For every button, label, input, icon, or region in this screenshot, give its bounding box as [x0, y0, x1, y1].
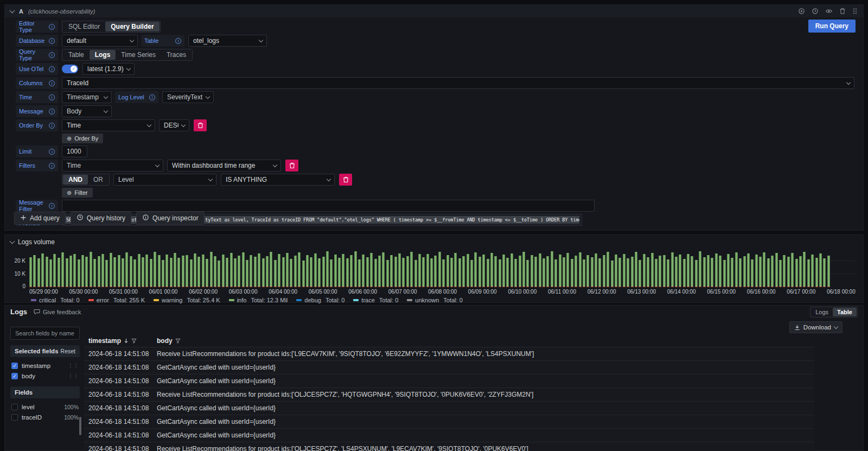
conjunction-option-or[interactable]: OR	[88, 175, 108, 185]
field-checkbox[interactable]: ✓	[11, 373, 18, 379]
run-query-button[interactable]: Run Query	[808, 20, 856, 33]
download-button[interactable]: Download	[789, 321, 843, 333]
table-select[interactable]: otel_logs	[188, 35, 267, 47]
drag-handle-icon[interactable]	[852, 8, 858, 15]
body-column-header[interactable]: body	[152, 336, 814, 347]
volume-bar	[763, 252, 765, 287]
remove-order-by-button[interactable]	[194, 119, 207, 131]
filter-field-select[interactable]: Level	[113, 174, 216, 186]
log-level-select[interactable]: SeverityText	[162, 91, 214, 103]
search-fields-input[interactable]	[10, 327, 80, 340]
volume-bar	[358, 259, 361, 287]
filter-operator-select[interactable]: IS ANYTHING	[221, 174, 335, 186]
info-icon[interactable]: i	[49, 38, 55, 44]
time-column-select[interactable]: Timestamp	[62, 91, 112, 103]
legend-item-info[interactable]: infoTotal: 12.3 Mil	[229, 297, 288, 303]
volume-bar	[759, 257, 762, 287]
filter-field-select[interactable]: Time	[62, 160, 163, 171]
info-icon[interactable]: i	[49, 80, 55, 86]
volume-bar	[651, 253, 654, 287]
filter-icon[interactable]	[175, 338, 181, 344]
hide-response-icon[interactable]	[825, 8, 833, 15]
delete-query-icon[interactable]	[839, 8, 846, 15]
collapse-query-row-icon[interactable]	[10, 8, 15, 13]
history-icon	[76, 214, 84, 223]
otel-version-select[interactable]: latest (1.2.9)	[82, 63, 135, 75]
query-type-option-logs[interactable]: Logs	[90, 50, 116, 60]
message-filter-input[interactable]	[62, 200, 595, 212]
info-icon[interactable]: i	[49, 109, 55, 115]
field-checkbox[interactable]	[11, 404, 18, 410]
info-icon[interactable]: i	[49, 149, 55, 155]
volume-bar	[406, 256, 409, 287]
remove-filter-button[interactable]	[285, 160, 298, 171]
add-filter-button[interactable]: ⊕Filter	[62, 188, 93, 198]
drag-handle-icon[interactable]: ⋮⋮	[68, 373, 79, 379]
volume-bar	[158, 255, 161, 287]
legend-swatch	[296, 299, 302, 301]
info-icon[interactable]: i	[49, 163, 55, 169]
volume-bar	[61, 252, 64, 287]
query-inspector-button[interactable]: Query inspector	[136, 212, 205, 225]
view-option-logs[interactable]: Logs	[811, 308, 833, 316]
add-query-button[interactable]: Add query	[14, 212, 66, 225]
add-order-by-button[interactable]: ⊕Order By	[62, 134, 103, 143]
give-feedback-link[interactable]: Give feedback	[34, 309, 81, 315]
query-history-button[interactable]: Query history	[71, 212, 131, 225]
volume-bar	[526, 260, 529, 287]
info-icon[interactable]: i	[49, 123, 55, 129]
message-select[interactable]: Body	[62, 105, 112, 117]
limit-input[interactable]	[62, 145, 87, 157]
info-icon[interactable]: i	[49, 203, 55, 209]
legend-item-trace[interactable]: traceTotal: 0	[353, 297, 398, 303]
x-axis-tick: 06/04 00:00	[269, 289, 297, 295]
volume-bar	[478, 257, 481, 287]
columns-select[interactable]: TraceId	[62, 77, 854, 89]
disable-query-icon[interactable]	[798, 8, 805, 15]
reset-fields-button[interactable]: Reset	[61, 348, 75, 354]
volume-bar	[145, 255, 148, 287]
sort-desc-icon[interactable]	[124, 338, 129, 344]
plus-icon	[20, 214, 27, 223]
info-icon[interactable]: i	[175, 38, 181, 44]
volume-bar	[571, 259, 573, 287]
volume-bar	[262, 258, 265, 287]
info-icon[interactable]: i	[49, 66, 55, 72]
timestamp-column-header[interactable]: timestamp	[84, 336, 152, 347]
filter-operator-select[interactable]: Within dashboard time range	[167, 160, 281, 171]
legend-item-critical[interactable]: criticalTotal: 0	[31, 297, 80, 303]
info-icon[interactable]: i	[49, 24, 55, 30]
view-option-table[interactable]: Table	[833, 308, 857, 316]
query-type-option-time-series[interactable]: Time Series	[116, 50, 161, 60]
filter-icon[interactable]	[131, 338, 137, 344]
order-by-direction-select[interactable]: DESC	[159, 119, 189, 131]
field-checkbox[interactable]: ✓	[11, 363, 18, 369]
volume-bar	[683, 259, 686, 287]
logs-volume-chart: 20 K 10 K 0	[29, 248, 856, 287]
info-icon[interactable]: i	[149, 94, 155, 100]
order-by-field-select[interactable]: Time	[62, 119, 155, 131]
query-type-option-traces[interactable]: Traces	[161, 50, 192, 60]
database-select[interactable]: default	[62, 35, 138, 47]
remove-filter-button[interactable]	[339, 174, 352, 186]
legend-item-unknown[interactable]: unknownTotal: 0	[407, 297, 463, 303]
editor-type-option-query-builder[interactable]: Query Builder	[105, 22, 159, 31]
collapse-panel-icon[interactable]	[10, 239, 15, 244]
info-icon[interactable]: i	[49, 94, 55, 100]
conjunction-option-and[interactable]: AND	[63, 175, 88, 185]
editor-type-option-sql-editor[interactable]: SQL Editor	[63, 22, 105, 31]
selected-fields-header: Selected fields Reset	[10, 345, 80, 357]
info-icon[interactable]: i	[49, 52, 55, 58]
legend-item-debug[interactable]: debugTotal: 0	[296, 297, 344, 303]
volume-bar	[615, 255, 617, 288]
query-type-option-table[interactable]: Table	[63, 50, 90, 60]
field-checkbox[interactable]	[11, 414, 18, 421]
drag-handle-icon[interactable]: ⋮⋮	[68, 363, 79, 369]
legend-item-error[interactable]: errorTotal: 255 K	[88, 297, 145, 303]
history-icon[interactable]	[812, 8, 819, 15]
volume-bar	[575, 256, 577, 287]
use-otel-toggle[interactable]: ✓	[62, 65, 78, 73]
volume-bar	[699, 251, 701, 287]
sidebar-scrollbar[interactable]	[79, 417, 81, 435]
legend-item-warning[interactable]: warningTotal: 25.4 K	[154, 297, 220, 303]
